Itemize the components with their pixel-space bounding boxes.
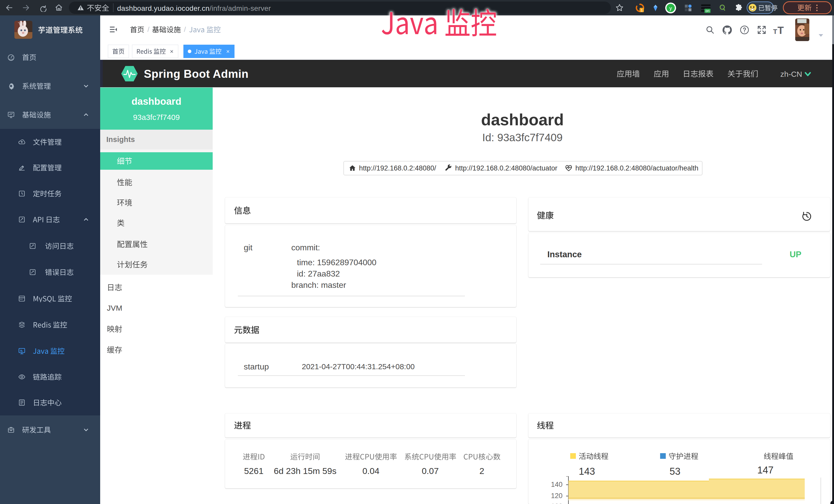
svg-text:y: y: [670, 5, 672, 11]
svg-text:1: 1: [641, 8, 643, 12]
svg-text:on: on: [706, 9, 709, 13]
